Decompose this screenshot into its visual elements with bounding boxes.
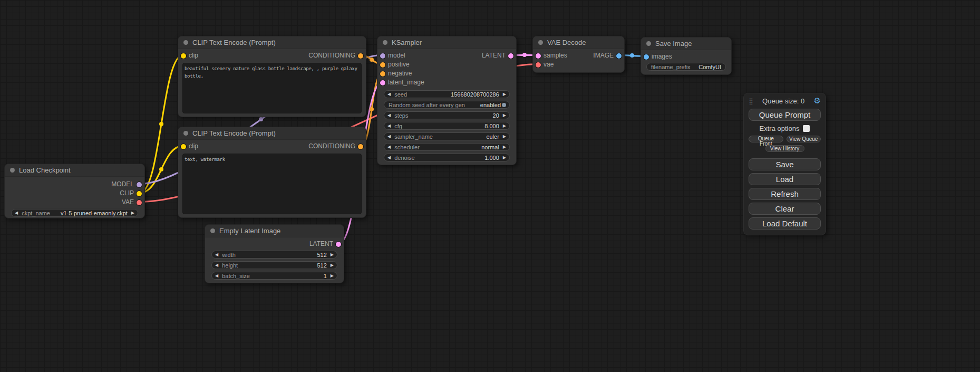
node-titlebar[interactable]: KSampler <box>377 36 516 49</box>
node-empty-latent-image[interactable]: Empty Latent Image LATENT ◀ width 512 ▶ … <box>205 224 344 283</box>
widget-label: ckpt_name <box>22 210 50 216</box>
queue-front-button[interactable]: Queue Front <box>749 136 783 142</box>
input-socket-negative[interactable] <box>380 71 385 77</box>
output-socket-vae[interactable] <box>137 200 142 205</box>
view-queue-button[interactable]: View Queue <box>787 136 821 142</box>
prev-arrow-icon[interactable]: ◀ <box>387 135 391 139</box>
widget-label: width <box>222 252 236 258</box>
next-arrow-icon[interactable]: ▶ <box>503 156 506 160</box>
next-arrow-icon[interactable]: ▶ <box>131 211 134 215</box>
node-load-checkpoint[interactable]: Load Checkpoint MODEL CLIP VAE ◀ ckpt_na… <box>4 164 145 218</box>
prev-arrow-icon[interactable]: ◀ <box>387 156 391 160</box>
widget-label: sampler_name <box>394 133 433 140</box>
prev-arrow-icon[interactable]: ◀ <box>387 124 391 128</box>
steps-widget[interactable]: ◀ steps 20 ▶ <box>384 111 510 119</box>
denoise-widget[interactable]: ◀ denoise 1.000 ▶ <box>384 154 510 161</box>
output-label-vae: VAE <box>122 198 134 207</box>
output-socket-clip[interactable] <box>137 191 142 196</box>
slot-row: samples IMAGE <box>533 51 624 60</box>
cfg-widget[interactable]: ◀ cfg 8.000 ▶ <box>384 122 510 130</box>
output-socket-model[interactable] <box>137 182 142 187</box>
collapse-dot[interactable] <box>183 131 188 136</box>
widget-value: 20 <box>493 112 499 119</box>
next-arrow-icon[interactable]: ▶ <box>331 274 334 278</box>
output-socket-conditioning[interactable] <box>358 53 363 59</box>
next-arrow-icon[interactable]: ▶ <box>503 124 506 128</box>
collapse-dot[interactable] <box>10 168 15 173</box>
input-socket-model[interactable] <box>380 53 385 59</box>
settings-gear-icon[interactable]: ⚙ <box>814 97 821 105</box>
input-socket-latent-image[interactable] <box>380 80 385 85</box>
prev-arrow-icon[interactable]: ◀ <box>215 274 218 278</box>
load-button[interactable]: Load <box>749 173 821 185</box>
node-titlebar[interactable]: CLIP Text Encode (Prompt) <box>178 36 366 49</box>
output-label-model: MODEL <box>111 180 134 189</box>
node-graph-canvas[interactable]: Load Checkpoint MODEL CLIP VAE ◀ ckpt_na… <box>0 0 980 372</box>
output-socket-conditioning[interactable] <box>358 144 363 149</box>
random-seed-toggle-widget[interactable]: Random seed after every gen enabled <box>384 101 510 109</box>
node-clip-text-encode-negative[interactable]: CLIP Text Encode (Prompt) clip CONDITION… <box>178 127 366 218</box>
slot-row: images <box>641 52 731 61</box>
collapse-dot[interactable] <box>646 41 651 46</box>
next-arrow-icon[interactable]: ▶ <box>331 253 334 257</box>
next-arrow-icon[interactable]: ▶ <box>331 263 334 268</box>
input-socket-positive[interactable] <box>380 62 385 68</box>
node-titlebar[interactable]: Load Checkpoint <box>5 164 144 177</box>
input-socket-vae[interactable] <box>536 62 541 68</box>
filename-prefix-widget[interactable]: filename_prefix ComfyUI <box>646 63 726 71</box>
node-vae-decode[interactable]: VAE Decode samples IMAGE vae <box>532 36 625 73</box>
input-socket-clip[interactable] <box>181 144 186 149</box>
positive-prompt-textarea[interactable]: beautiful scenery nature glass bottle la… <box>182 63 362 113</box>
widget-value: euler <box>486 133 499 140</box>
clear-button[interactable]: Clear <box>749 203 821 215</box>
width-widget[interactable]: ◀ width 512 ▶ <box>211 251 337 259</box>
node-titlebar[interactable]: Save Image <box>641 37 731 50</box>
toggle-indicator[interactable] <box>502 103 506 107</box>
prev-arrow-icon[interactable]: ◀ <box>387 113 391 118</box>
collapse-dot[interactable] <box>210 228 215 233</box>
sampler-name-widget[interactable]: ◀ sampler_name euler ▶ <box>384 132 510 140</box>
input-socket-images[interactable] <box>644 54 649 60</box>
ckpt-name-widget[interactable]: ◀ ckpt_name v1-5-pruned-emaonly.ckpt ▶ <box>11 209 138 217</box>
output-socket-latent[interactable] <box>336 242 341 247</box>
node-titlebar[interactable]: Empty Latent Image <box>205 225 344 237</box>
view-history-button[interactable]: View History <box>765 145 804 152</box>
load-default-button[interactable]: Load Default <box>749 217 821 230</box>
prev-arrow-icon[interactable]: ◀ <box>387 145 391 149</box>
output-socket-latent[interactable] <box>508 53 513 59</box>
scheduler-widget[interactable]: ◀ scheduler normal ▶ <box>384 143 510 151</box>
node-save-image[interactable]: Save Image images filename_prefix ComfyU… <box>641 37 732 75</box>
height-widget[interactable]: ◀ height 512 ▶ <box>211 261 337 269</box>
node-titlebar[interactable]: VAE Decode <box>533 36 624 49</box>
collapse-dot[interactable] <box>183 40 188 45</box>
prev-arrow-icon[interactable]: ◀ <box>387 92 391 97</box>
collapse-dot[interactable] <box>538 40 543 45</box>
input-socket-clip[interactable] <box>181 53 186 59</box>
collapse-dot[interactable] <box>383 40 387 45</box>
input-label-positive: positive <box>388 60 410 69</box>
node-ksampler[interactable]: KSampler model LATENT positive negative … <box>377 36 517 165</box>
batch-size-widget[interactable]: ◀ batch_size 1 ▶ <box>211 272 337 280</box>
next-arrow-icon[interactable]: ▶ <box>503 135 506 139</box>
output-socket-image[interactable] <box>616 53 622 59</box>
prev-arrow-icon[interactable]: ◀ <box>215 263 218 268</box>
widget-label: denoise <box>394 155 415 161</box>
prev-arrow-icon[interactable]: ◀ <box>215 253 218 257</box>
prev-arrow-icon[interactable]: ◀ <box>15 211 18 215</box>
save-button[interactable]: Save <box>749 158 821 170</box>
queue-panel-header: ⣿ Queue size: 0 ⚙ <box>749 96 821 106</box>
next-arrow-icon[interactable]: ▶ <box>503 113 506 118</box>
drag-handle-icon[interactable]: ⣿ <box>749 98 753 105</box>
widget-value: 1.000 <box>484 155 499 161</box>
next-arrow-icon[interactable]: ▶ <box>503 92 506 97</box>
seed-widget[interactable]: ◀ seed 156680208700286 ▶ <box>384 90 510 98</box>
negative-prompt-textarea[interactable]: text, watermark <box>182 154 362 214</box>
node-clip-text-encode-positive[interactable]: CLIP Text Encode (Prompt) clip CONDITION… <box>178 36 366 117</box>
output-label-latent: LATENT <box>482 51 506 60</box>
input-socket-samples[interactable] <box>536 53 541 59</box>
extra-options-checkbox[interactable] <box>803 125 810 132</box>
refresh-button[interactable]: Refresh <box>749 188 821 200</box>
next-arrow-icon[interactable]: ▶ <box>503 145 506 149</box>
queue-prompt-button[interactable]: Queue Prompt <box>749 109 821 121</box>
node-titlebar[interactable]: CLIP Text Encode (Prompt) <box>178 127 366 140</box>
